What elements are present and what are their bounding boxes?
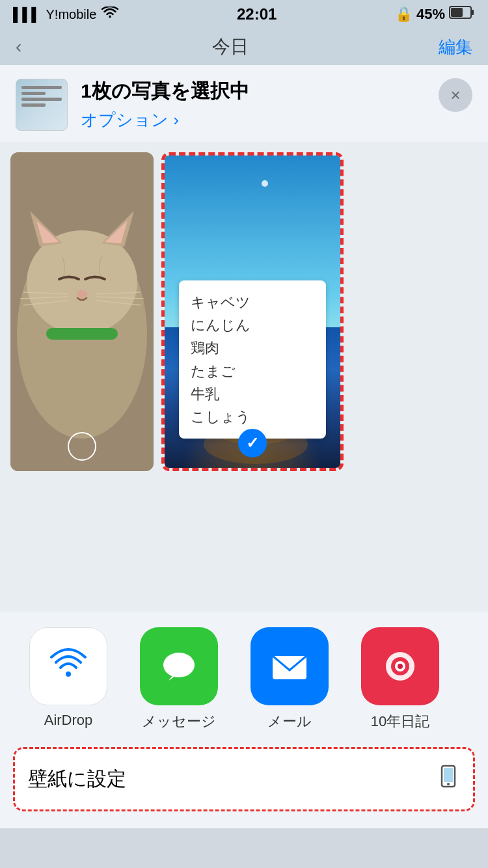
journal-label: 10年日記	[371, 712, 429, 731]
app-item-journal[interactable]: 10年日記	[345, 627, 455, 731]
app-item-messages[interactable]: メッセージ	[124, 627, 234, 731]
svg-point-33	[398, 664, 403, 669]
airdrop-icon	[29, 627, 107, 705]
photo-strip: キャベツ にんじん 鶏肉 たまご 牛乳 こしょう ✓	[0, 142, 488, 481]
mail-icon	[251, 627, 329, 705]
svg-point-23	[66, 671, 71, 677]
options-link[interactable]: オプション ›	[81, 109, 472, 131]
check-icon: ✓	[246, 434, 259, 452]
battery-label: 45%	[416, 6, 445, 23]
note-item-5: 牛乳	[191, 383, 315, 405]
svg-rect-35	[444, 768, 453, 782]
phone-icon	[437, 765, 460, 794]
share-title: 1枚の写真を選択中	[81, 78, 472, 105]
airdrop-label: AirDrop	[44, 712, 93, 729]
set-wallpaper-action[interactable]: 壁紙に設定	[13, 747, 475, 811]
nav-bar: ‹ 今日 編集	[0, 29, 488, 65]
svg-point-36	[447, 783, 450, 785]
carrier-label: Y!mobile	[46, 7, 97, 22]
ocean-photo: キャベツ にんじん 鶏肉 たまご 牛乳 こしょう ✓	[165, 156, 340, 468]
status-left: ▌▌▌ Y!mobile	[13, 7, 118, 23]
app-item-mail[interactable]: メール	[234, 627, 345, 731]
messages-label: メッセージ	[142, 712, 216, 731]
svg-rect-2	[451, 8, 463, 17]
app-item-airdrop[interactable]: AirDrop	[13, 627, 124, 731]
back-button[interactable]: ‹	[16, 36, 21, 57]
status-bar: ▌▌▌ Y!mobile 22:01 🔒 45%	[0, 0, 488, 29]
ocean-photo-item[interactable]: キャベツ にんじん 鶏肉 たまご 牛乳 こしょう ✓	[161, 152, 344, 471]
app-row: AirDrop メッセージ メール	[0, 612, 488, 747]
svg-point-10	[77, 290, 87, 298]
svg-rect-1	[471, 10, 474, 15]
svg-point-25	[163, 653, 195, 677]
journal-icon	[361, 627, 439, 705]
share-sheet-bottom: AirDrop メッセージ メール	[0, 612, 488, 828]
share-header: 1枚の写真を選択中 オプション › ×	[0, 65, 488, 142]
note-item-6: こしょう	[191, 405, 315, 428]
share-info: 1枚の写真を選択中 オプション ›	[81, 78, 472, 131]
note-item-1: キャベツ	[191, 291, 315, 314]
empty-area	[0, 481, 488, 612]
signal-icon: ▌▌▌	[13, 7, 41, 22]
note-item-3: 鶏肉	[191, 336, 315, 359]
status-time: 22:01	[237, 5, 277, 23]
action-row: 壁紙に設定	[0, 747, 488, 828]
note-item-4: たまご	[191, 360, 315, 383]
close-button[interactable]: ×	[439, 78, 472, 112]
wifi-icon	[102, 7, 118, 23]
ocean-select-circle[interactable]: ✓	[238, 429, 267, 457]
svg-point-22	[46, 644, 90, 688]
status-right: 🔒 45%	[395, 5, 475, 23]
cat-select-circle[interactable]	[68, 432, 96, 461]
cat-photo	[10, 152, 154, 471]
set-wallpaper-label: 壁紙に設定	[28, 766, 126, 793]
edit-button[interactable]: 編集	[439, 36, 472, 59]
app-item-partial	[455, 627, 488, 731]
note-item-2: にんじん	[191, 314, 315, 336]
cat-photo-item[interactable]	[10, 152, 154, 471]
lock-icon: 🔒	[395, 6, 413, 23]
share-thumbnail	[16, 79, 68, 131]
note-overlay: キャベツ にんじん 鶏肉 たまご 牛乳 こしょう	[179, 280, 327, 439]
nav-title: 今日	[212, 34, 249, 59]
messages-icon	[140, 627, 218, 705]
svg-rect-17	[46, 328, 118, 340]
battery-icon	[449, 5, 475, 23]
mail-label: メール	[267, 712, 312, 731]
